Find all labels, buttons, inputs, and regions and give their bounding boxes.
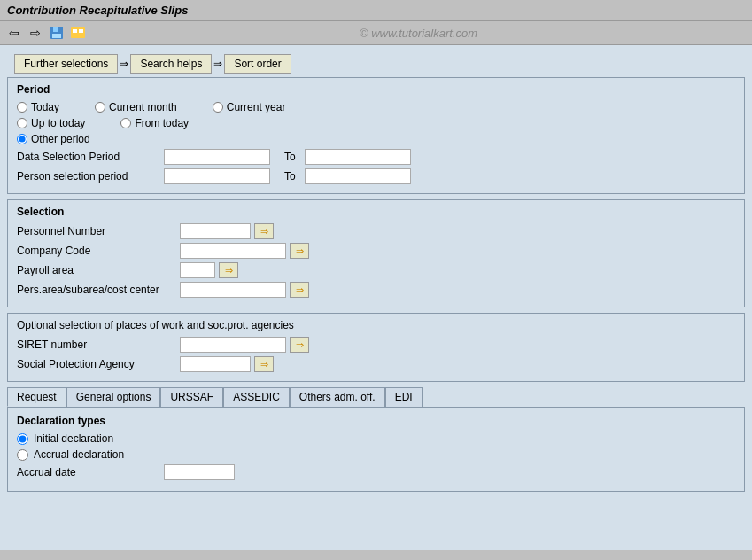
period-row-1: Today Current month Current year — [17, 101, 735, 113]
data-selection-period-row: Data Selection Period To — [17, 149, 735, 165]
company-code-label: Company Code — [17, 245, 176, 257]
save-icon[interactable] — [48, 24, 66, 42]
sort-order-label: Sort order — [234, 58, 281, 70]
window-title: Contribution Recapitulative Slips — [7, 4, 188, 17]
person-selection-period-row: Person selection period To — [17, 168, 735, 184]
tab-others-adm-off-label: Others adm. off. — [299, 391, 376, 403]
radio-from-today[interactable]: From today — [120, 117, 189, 129]
payroll-area-input[interactable] — [180, 262, 215, 278]
radio-today[interactable]: Today — [17, 101, 59, 113]
person-selection-period-to[interactable] — [305, 168, 411, 184]
siret-row: SIRET number ⇒ — [17, 337, 735, 353]
tab-general-options[interactable]: General options — [66, 387, 161, 407]
accrual-declaration-radio[interactable] — [17, 449, 28, 461]
tab-assedic[interactable]: ASSEDIC — [223, 387, 290, 407]
accrual-declaration-row: Accrual declaration — [17, 448, 735, 461]
siret-arrow[interactable]: ⇒ — [290, 337, 309, 353]
person-selection-to-label: To — [284, 170, 296, 183]
data-selection-period-label: Data Selection Period — [17, 151, 159, 163]
radio-today-input[interactable] — [17, 102, 27, 113]
radio-up-to-today[interactable]: Up to today — [17, 117, 85, 129]
optional-title: Optional selection of places of work and… — [17, 319, 735, 331]
local-icon[interactable] — [69, 24, 87, 42]
tab-edi-label: EDI — [395, 391, 413, 403]
radio-from-today-label: From today — [135, 117, 189, 129]
social-protection-label: Social Protection Agency — [17, 358, 176, 370]
period-title: Period — [17, 83, 735, 96]
tabs-bar: Further selections ⇒ Search helps ⇒ Sort… — [7, 51, 745, 77]
radio-current-year[interactable]: Current year — [213, 101, 286, 113]
back-icon[interactable]: ⇦ — [5, 24, 23, 42]
radio-current-month[interactable]: Current month — [95, 101, 177, 113]
selection-title: Selection — [17, 206, 735, 218]
tab-edi[interactable]: EDI — [385, 387, 423, 407]
accrual-declaration-label: Accrual declaration — [34, 448, 124, 461]
period-row-3: Other period — [17, 133, 735, 145]
data-selection-period-from[interactable] — [164, 149, 270, 165]
data-selection-period-to[interactable] — [305, 149, 411, 165]
tab-others-adm-off[interactable]: Others adm. off. — [290, 387, 385, 407]
forward-icon[interactable]: ⇨ — [27, 24, 44, 42]
company-code-input[interactable] — [180, 243, 286, 259]
company-code-arrow[interactable]: ⇒ — [290, 243, 309, 259]
radio-from-today-input[interactable] — [120, 118, 131, 128]
pers-area-arrow[interactable]: ⇒ — [290, 282, 309, 298]
tab-sort-order[interactable]: Sort order — [224, 54, 291, 74]
further-selections-label: Further selections — [24, 58, 108, 70]
tab-urssaf-label: URSSAF — [170, 391, 213, 403]
company-code-row: Company Code ⇒ — [17, 243, 735, 259]
tab-further-selections[interactable]: Further selections — [14, 54, 118, 74]
radio-current-year-label: Current year — [227, 101, 286, 113]
radio-today-label: Today — [31, 101, 59, 113]
payroll-area-label: Payroll area — [17, 264, 176, 276]
personnel-number-input[interactable] — [180, 223, 251, 239]
radio-current-month-input[interactable] — [95, 102, 105, 113]
svg-rect-1 — [53, 27, 58, 32]
radio-other-period-input[interactable] — [17, 134, 27, 144]
svg-rect-2 — [52, 34, 61, 38]
person-selection-period-label: Person selection period — [17, 170, 159, 183]
accrual-date-row: Accrual date — [17, 464, 735, 480]
radio-other-period[interactable]: Other period — [17, 133, 90, 145]
social-protection-arrow[interactable]: ⇒ — [254, 356, 274, 372]
radio-up-to-today-label: Up to today — [31, 117, 85, 129]
data-selection-to-label: To — [284, 151, 296, 163]
optional-section: Optional selection of places of work and… — [7, 313, 745, 382]
declaration-title: Declaration types — [17, 415, 735, 427]
tab-request[interactable]: Request — [7, 387, 66, 407]
siret-input[interactable] — [180, 337, 286, 353]
selection-section: Selection Personnel Number ⇒ Company Cod… — [7, 199, 745, 307]
period-row-2: Up to today From today — [17, 117, 735, 129]
tab-arrow-2: ⇒ — [213, 58, 222, 70]
tab-request-label: Request — [17, 391, 57, 403]
radio-up-to-today-input[interactable] — [17, 118, 27, 128]
tab-search-helps[interactable]: Search helps — [130, 54, 212, 74]
pers-area-row: Pers.area/subarea/cost center ⇒ — [17, 282, 735, 298]
accrual-date-label: Accrual date — [17, 466, 159, 478]
title-bar: Contribution Recapitulative Slips — [0, 0, 752, 21]
radio-current-year-input[interactable] — [213, 102, 223, 113]
person-selection-period-from[interactable] — [164, 168, 270, 184]
initial-declaration-radio[interactable] — [17, 433, 28, 445]
initial-declaration-row: Initial declaration — [17, 432, 735, 445]
toolbar: ⇦ ⇨ © www.tutorialkart.com — [0, 21, 752, 45]
radio-other-period-label: Other period — [31, 133, 90, 145]
personnel-number-label: Personnel Number — [17, 225, 176, 237]
personnel-number-row: Personnel Number ⇒ — [17, 223, 735, 239]
social-protection-input[interactable] — [180, 356, 251, 372]
svg-rect-5 — [79, 29, 83, 33]
bottom-tabs: Request General options URSSAF ASSEDIC O… — [7, 387, 745, 407]
watermark: © www.tutorialkart.com — [90, 27, 747, 40]
tab-urssaf[interactable]: URSSAF — [160, 387, 223, 407]
social-protection-row: Social Protection Agency ⇒ — [17, 356, 735, 372]
siret-label: SIRET number — [17, 338, 176, 351]
payroll-area-arrow[interactable]: ⇒ — [219, 262, 238, 278]
personnel-number-arrow[interactable]: ⇒ — [254, 223, 274, 239]
tab-assedic-label: ASSEDIC — [233, 391, 280, 403]
main-content: Further selections ⇒ Search helps ⇒ Sort… — [0, 45, 752, 550]
pers-area-label: Pers.area/subarea/cost center — [17, 284, 176, 296]
svg-rect-4 — [73, 29, 77, 33]
accrual-date-input[interactable] — [164, 464, 235, 480]
pers-area-input[interactable] — [180, 282, 286, 298]
period-section: Period Today Current month Current year … — [7, 77, 745, 194]
